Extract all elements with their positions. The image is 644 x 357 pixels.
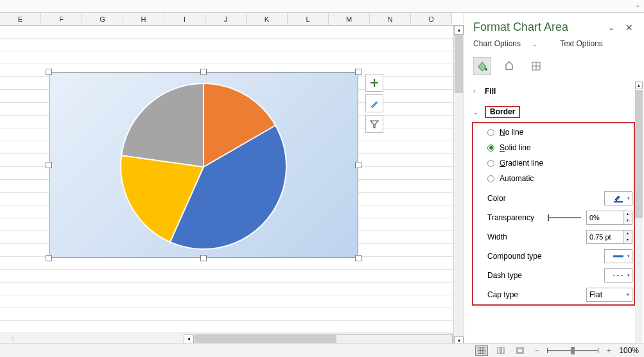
zoom-slider[interactable]	[547, 350, 598, 351]
effects-category-icon[interactable]	[500, 57, 518, 75]
vertical-scrollbar[interactable]: ▴ ▾	[453, 26, 464, 345]
pie-chart[interactable]	[120, 83, 287, 250]
col-header[interactable]: M	[329, 13, 370, 25]
cap-label: Cap type	[487, 290, 586, 299]
fill-section-header[interactable]: › Fill	[473, 84, 634, 98]
col-header[interactable]: K	[247, 13, 288, 25]
pane-scrollbar[interactable]: ▴ ▾	[635, 82, 643, 357]
resize-handle[interactable]	[46, 255, 52, 261]
radio-automatic[interactable]: Automatic	[487, 171, 632, 186]
pane-title: Format Chart Area	[473, 21, 605, 34]
col-header[interactable]: O	[411, 13, 452, 25]
page-break-button[interactable]	[514, 345, 527, 356]
chevron-down-icon: ▾	[627, 273, 630, 278]
size-category-icon[interactable]	[527, 57, 545, 75]
horizontal-scrollbar[interactable]: ◂ ▸	[184, 335, 464, 344]
col-header[interactable]: N	[370, 13, 411, 25]
transparency-input[interactable]: 0%	[586, 211, 623, 225]
chevron-down-icon: ▾	[627, 254, 630, 259]
col-header[interactable]: G	[82, 13, 123, 25]
compound-type-picker[interactable]: ▾	[604, 249, 632, 263]
col-header[interactable]: E	[0, 13, 41, 25]
zoom-in-button[interactable]: +	[605, 346, 613, 355]
spinner[interactable]: ▴▾	[623, 230, 632, 244]
border-options-highlight: No line Solid line Gradient line Au	[472, 122, 635, 306]
worksheet-area: E F G H I J K L M N O	[0, 13, 464, 357]
cap-type-select[interactable]: Flat ▾	[586, 288, 632, 302]
color-label: Color	[487, 194, 604, 203]
svg-rect-17	[518, 349, 523, 353]
col-header[interactable]: F	[41, 13, 82, 25]
compound-label: Compound type	[487, 252, 604, 261]
close-icon[interactable]: ✕	[623, 22, 635, 33]
radio-label: radient line	[505, 159, 543, 168]
format-pane: Format Chart Area ⌄ ✕ Chart Options⌄ Tex…	[464, 13, 644, 357]
scroll-left-icon[interactable]: ◂	[184, 335, 194, 344]
resize-handle[interactable]	[46, 69, 52, 75]
resize-handle[interactable]	[355, 69, 361, 75]
col-header[interactable]: H	[123, 13, 164, 25]
scroll-up-icon[interactable]: ▴	[635, 82, 643, 89]
color-picker[interactable]: ▾	[604, 191, 632, 205]
radio-icon	[487, 144, 494, 152]
border-section-header[interactable]: ⌄ Border	[473, 103, 634, 121]
radio-solid-line[interactable]: Solid line	[487, 140, 632, 155]
chevron-down-icon: ▾	[627, 196, 630, 201]
svg-point-2	[485, 68, 487, 71]
col-header[interactable]: J	[205, 13, 247, 25]
scroll-thumb[interactable]	[635, 90, 643, 218]
chevron-down-icon[interactable]: ⌄	[635, 1, 640, 8]
tab-chart-options[interactable]: Chart Options⌄	[473, 39, 548, 48]
radio-icon	[487, 160, 494, 167]
scroll-thumb[interactable]	[455, 35, 463, 93]
chevron-down-icon[interactable]: ⌄	[605, 23, 617, 32]
scroll-thumb[interactable]	[195, 335, 336, 343]
col-header[interactable]: I	[164, 13, 205, 25]
chart-elements-button[interactable]	[365, 74, 383, 92]
resize-handle[interactable]	[200, 69, 207, 75]
formula-bar-collapsed: ⌄	[0, 0, 644, 13]
normal-view-button[interactable]	[475, 345, 488, 356]
svg-rect-14	[498, 347, 500, 354]
status-bar: − + 100%	[0, 343, 644, 357]
svg-rect-7	[614, 201, 623, 203]
resize-handle[interactable]	[355, 255, 361, 261]
chevron-right-icon: ›	[473, 88, 481, 94]
fill-label: Fill	[485, 87, 496, 96]
width-label: Width	[487, 232, 586, 241]
column-headers: E F G H I J K L M N O	[0, 13, 464, 26]
scroll-up-icon[interactable]: ▴	[454, 26, 464, 35]
radio-label: Automatic	[500, 172, 534, 185]
sheet-tabs-overflow: ⋮	[0, 336, 184, 342]
fill-line-category-icon[interactable]	[473, 57, 491, 75]
svg-marker-3	[506, 62, 512, 69]
page-layout-button[interactable]	[494, 345, 507, 356]
radio-icon	[487, 175, 494, 182]
zoom-out-button[interactable]: −	[533, 346, 541, 355]
resize-handle[interactable]	[200, 255, 207, 261]
chart-styles-button[interactable]	[365, 94, 383, 112]
cell-grid[interactable]	[0, 26, 464, 333]
radio-icon	[487, 129, 494, 136]
svg-rect-15	[501, 347, 504, 354]
embedded-chart[interactable]	[49, 72, 358, 258]
width-input[interactable]: 0.75 pt	[586, 230, 623, 244]
spinner[interactable]: ▴▾	[623, 211, 632, 225]
border-label: Border	[490, 107, 515, 116]
dash-type-picker[interactable]: ▾	[604, 268, 632, 283]
transparency-slider[interactable]	[548, 217, 581, 218]
transparency-label: Transparency	[487, 213, 548, 222]
dash-label: Dash type	[487, 271, 604, 280]
chevron-down-icon: ▾	[627, 292, 629, 297]
resize-handle[interactable]	[46, 162, 52, 168]
radio-label: o line	[505, 128, 524, 137]
radio-label: olid line	[505, 143, 531, 152]
col-header[interactable]: L	[288, 13, 329, 25]
radio-no-line[interactable]: No line	[487, 125, 632, 140]
radio-gradient-line[interactable]: Gradient line	[487, 155, 632, 171]
zoom-level[interactable]: 100%	[619, 346, 639, 355]
chevron-down-icon: ⌄	[473, 109, 481, 116]
resize-handle[interactable]	[355, 162, 361, 168]
chart-filters-button[interactable]	[365, 115, 383, 133]
tab-text-options[interactable]: Text Options	[560, 39, 603, 48]
